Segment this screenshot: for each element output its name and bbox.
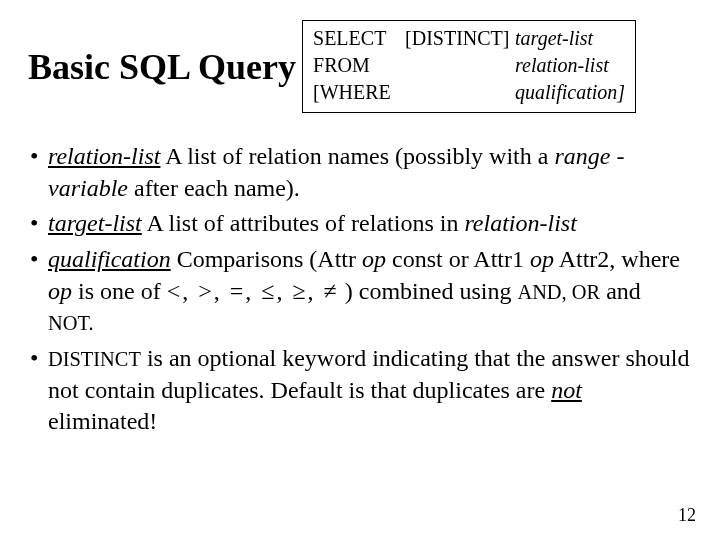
text: A list of relation names (possibly with … [160, 143, 554, 169]
opt-distinct: [DISTINCT] [405, 25, 515, 52]
kw-select: SELECT [313, 25, 405, 52]
op: op [48, 278, 72, 304]
page-number: 12 [678, 505, 696, 526]
op: op [362, 246, 386, 272]
kw-from: FROM [313, 52, 405, 79]
syntax-row-from: FROM relation-list [313, 52, 625, 79]
text: eliminated! [48, 408, 157, 434]
text: is one of [72, 278, 167, 304]
bullet-distinct: DISTINCT is an optional keyword indicati… [28, 343, 692, 438]
not-emph: not [551, 377, 582, 403]
arg-qualification: qualification] [515, 79, 625, 106]
operators: <, >, =, ≤, ≥, ≠ [167, 278, 339, 304]
slide-title: Basic SQL Query [28, 46, 296, 88]
text: const or Attr1 [386, 246, 530, 272]
text: ) combined using [339, 278, 518, 304]
opt-empty [405, 52, 515, 79]
opt-empty-2 [405, 79, 515, 106]
bullet-relation-list: relation-list A list of relation names (… [28, 141, 692, 204]
syntax-row-select: SELECT [DISTINCT] target-list [313, 25, 625, 52]
term-qualification: qualification [48, 246, 171, 272]
text: A list of attributes of relations in [142, 210, 465, 236]
term-relation-list: relation-list [48, 143, 160, 169]
bullet-qualification: qualification Comparisons (Attr op const… [28, 244, 692, 339]
text: Comparisons (Attr [171, 246, 362, 272]
syntax-row-where: [WHERE qualification] [313, 79, 625, 106]
not-kw: NOT. [48, 312, 94, 334]
op: op [530, 246, 554, 272]
syntax-box: SELECT [DISTINCT] target-list FROM relat… [302, 20, 636, 113]
arg-target-list: target-list [515, 25, 593, 52]
text: Attr2, where [554, 246, 680, 272]
text: after each name). [128, 175, 300, 201]
kw-distinct: DISTINCT [48, 348, 141, 370]
bullet-target-list: target-list A list of attributes of rela… [28, 208, 692, 240]
arg-relation-list: relation-list [515, 52, 609, 79]
and-or: AND, OR [517, 281, 600, 303]
term-relation-list-ref: relation-list [464, 210, 576, 236]
text: is an optional keyword indicating that t… [48, 345, 689, 403]
kw-where: [WHERE [313, 79, 405, 106]
bullet-list: relation-list A list of relation names (… [28, 141, 692, 438]
text: and [600, 278, 641, 304]
term-target-list: target-list [48, 210, 142, 236]
